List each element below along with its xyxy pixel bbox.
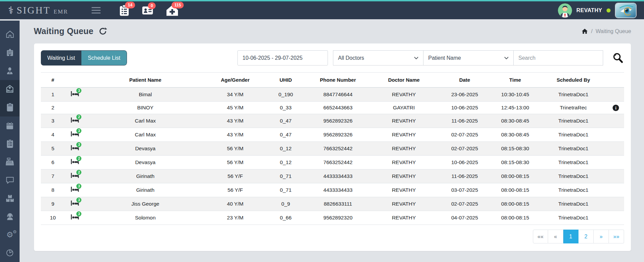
bed-icon[interactable]: 3	[71, 200, 79, 207]
bed-icon[interactable]: 3	[71, 186, 79, 193]
user-name[interactable]: REVATHY	[576, 7, 602, 14]
bed-icon[interactable]: 2	[71, 158, 79, 165]
page-2-button[interactable]: 2	[578, 230, 594, 243]
sidebar-item-home[interactable]	[0, 25, 20, 44]
bed-icon[interactable]: 3	[71, 131, 79, 137]
page-first-button[interactable]: ««	[533, 230, 548, 243]
cell-patient: Girinath	[85, 183, 205, 197]
cell-info: i	[608, 102, 624, 114]
table-row: 8 3 Girinath 56 Y/F 0_71 4433334433 REVA…	[41, 183, 624, 197]
cell-age-gender: 23 Y/M	[205, 211, 265, 225]
cell-scheduled-by: TrinetraDoc1	[539, 169, 608, 183]
menu-toggle-button[interactable]	[92, 7, 101, 14]
checklist-icon	[6, 139, 14, 148]
cell-uhid: 0_12	[265, 156, 306, 169]
col-header-doctor: Doctor Name	[369, 73, 438, 88]
sidebar-item-reports[interactable]	[0, 244, 20, 262]
info-icon[interactable]: i	[613, 105, 619, 111]
tab-waiting-list[interactable]: Waiting List	[41, 50, 81, 66]
sidebar-item-doctor[interactable]	[0, 62, 20, 80]
cell-uhid: 0_190	[265, 87, 306, 102]
cell-patient: Girinath	[85, 169, 205, 183]
refresh-button[interactable]	[98, 27, 107, 36]
cell-doctor: REVATHY	[369, 142, 438, 156]
cell-phone: 9562892326	[306, 114, 370, 128]
sidebar-item-support[interactable]	[0, 207, 20, 226]
bed-icon[interactable]: 3	[71, 145, 79, 151]
boxes-icon	[5, 194, 15, 203]
tab-schedule-list[interactable]: Schedule List	[81, 50, 127, 66]
cell-bed: 3	[65, 197, 85, 211]
cell-num: 7	[41, 169, 65, 183]
page-prev-button[interactable]: «	[548, 230, 563, 243]
table-row: 7 2 Girinath 56 Y/F 0_71 4433334433 REVA…	[41, 169, 624, 183]
doctor-select[interactable]: All Doctors	[333, 50, 423, 66]
cell-patient: Jiss George	[85, 197, 205, 211]
cell-patient: Bimal	[85, 87, 205, 102]
cell-num: 10	[41, 211, 65, 225]
cell-patient: BINOY	[85, 102, 205, 114]
breadcrumb: / Waiting Queue	[582, 28, 631, 34]
search-button[interactable]	[612, 52, 624, 64]
cell-bed: 3	[65, 142, 85, 156]
cell-time: 08:00-08:15	[491, 211, 539, 225]
sidebar-item-hospital[interactable]	[0, 44, 20, 62]
home-icon[interactable]	[582, 28, 588, 34]
table-row: 10 3 Solomon 23 Y/M 0_66 9562892320 REVA…	[41, 211, 624, 225]
cell-bed: 3	[65, 183, 85, 197]
col-header-uhid: UHID	[265, 73, 306, 88]
search-by-select[interactable]: Patient Name	[423, 50, 514, 66]
cell-doctor: REVATHY	[369, 197, 438, 211]
patient-id-count-badge: 0	[148, 2, 156, 9]
sidebar-item-messages[interactable]	[0, 171, 20, 189]
caduceus-icon: ⚕	[8, 5, 14, 16]
sidebar-item-calendar[interactable]	[0, 116, 20, 135]
bed-count-badge: 2	[76, 156, 81, 161]
clinic-logo-image[interactable]	[615, 3, 637, 18]
search-input[interactable]	[513, 50, 603, 66]
cell-doctor: REVATHY	[369, 114, 438, 128]
app-logo[interactable]: ⚕ SIGHT EMR	[8, 5, 68, 16]
page-last-button[interactable]: »»	[609, 230, 624, 243]
sidebar-item-waiting-queue[interactable]	[0, 80, 20, 98]
sidebar-item-clipboard[interactable]	[0, 98, 20, 116]
admissions-button[interactable]: 115	[165, 5, 179, 16]
col-header-info	[608, 73, 624, 88]
pie-chart-icon	[5, 248, 14, 257]
cell-num: 8	[41, 183, 65, 197]
page-1-button[interactable]: 1	[563, 230, 578, 243]
appointments-count-badge: 14	[125, 2, 135, 8]
patient-id-button[interactable]: 0	[142, 5, 153, 16]
cell-bed	[65, 102, 85, 114]
sidebar-item-settings[interactable]: ⚙⚙	[0, 226, 20, 244]
cell-uhid: 0_71	[265, 169, 306, 183]
cell-phone: 9562892320	[306, 211, 370, 225]
sidebar-item-inventory[interactable]	[0, 189, 20, 207]
cell-age-gender: 43 Y/M	[205, 128, 265, 142]
bed-icon[interactable]: 2	[71, 172, 79, 179]
cell-doctor: REVATHY	[369, 128, 438, 142]
cell-age-gender: 45 Y/M	[205, 102, 265, 114]
date-range-input[interactable]	[237, 50, 328, 66]
page-next-button[interactable]: »	[594, 230, 609, 243]
cell-num: 5	[41, 142, 65, 156]
bed-icon[interactable]: 3	[71, 214, 79, 220]
bed-icon[interactable]: 3	[71, 90, 79, 97]
search-by-select-value: Patient Name	[428, 55, 461, 61]
col-header-date: Date	[438, 73, 491, 88]
cell-scheduled-by: TrinetraDoc1	[539, 211, 608, 225]
table-row: 6 2 Devasya 56 Y/M 0_12 7663252442 REVAT…	[41, 156, 624, 169]
bed-icon[interactable]: 2	[71, 117, 79, 124]
col-header-num: #	[41, 73, 65, 88]
sidebar-item-tasklist[interactable]	[0, 135, 20, 153]
doctor-select-value: All Doctors	[338, 55, 364, 61]
cell-bed: 3	[65, 211, 85, 225]
cell-phone: 7663252442	[306, 142, 370, 156]
cell-info	[608, 197, 624, 211]
user-avatar[interactable]	[558, 3, 572, 18]
cell-age-gender: 40 Y/M	[205, 197, 265, 211]
appointments-button[interactable]: 14	[119, 5, 130, 16]
cell-time: 10:30-10:45	[491, 87, 539, 102]
cell-date: 03-07-2025	[438, 183, 491, 197]
sidebar-item-billing[interactable]	[0, 153, 20, 171]
